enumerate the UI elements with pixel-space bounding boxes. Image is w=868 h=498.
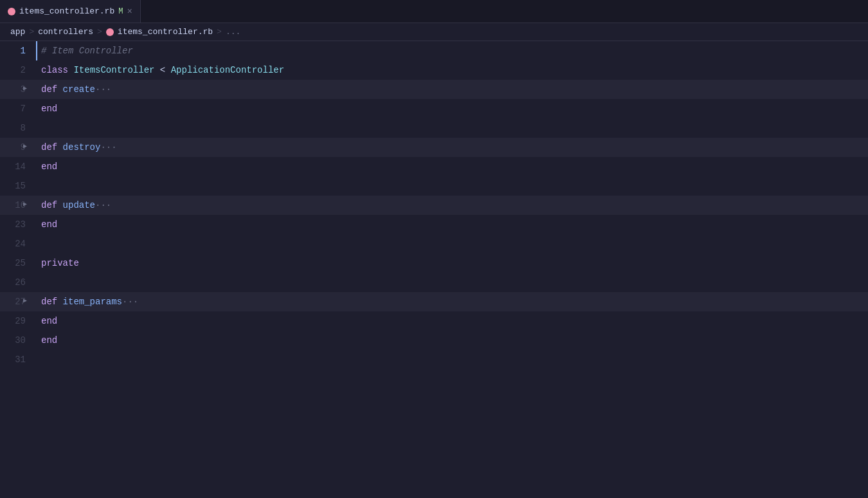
tab-label: items_controller.rb [19,6,114,16]
active-line-indicator [36,41,37,60]
breadcrumb-more[interactable]: ... [226,27,240,37]
class-items-controller: ItemsController [73,65,154,75]
fold-arrow-destroy[interactable]: ▶ [23,142,27,150]
line-content-16: def update··· [36,196,111,215]
line-number-26: 26 [0,277,36,288]
kw-end-update: end [41,219,57,230]
code-line-14: 14 end [0,157,868,176]
line-number-3: 3 ▶ [0,84,36,95]
fold-arrow-update[interactable]: ▶ [23,200,27,208]
line-number-7: 7 [0,104,36,114]
line-number-2: 2 [0,65,36,75]
code-line-8: 8 [0,118,868,138]
code-line-16: 16 ▶ def update··· [0,196,868,215]
line-number-16: 16 ▶ [0,200,36,210]
line-number-25: 25 [0,258,36,268]
line-content-3: def create··· [36,80,111,99]
kw-end-item-params: end [41,316,57,326]
ellipsis-create: ··· [95,84,111,95]
line-number-1: 1 [0,46,36,56]
kw-def-create: def [41,84,63,95]
breadcrumb-sep-3: > [217,27,222,37]
fold-arrow-item-params[interactable]: ▶ [23,297,27,304]
line-number-23: 23 [0,219,36,230]
breadcrumb: app > controllers > items_controller.rb … [0,23,868,41]
kw-end-destroy: end [41,161,57,172]
breadcrumb-filename[interactable]: items_controller.rb [118,27,213,37]
code-line-3: 3 ▶ def create··· [0,80,868,99]
line-number-24: 24 [0,239,36,249]
tab-file-icon [8,8,15,15]
breadcrumb-controllers[interactable]: controllers [38,27,93,37]
line-number-15: 15 [0,181,36,191]
code-line-2: 2 class ItemsController < ApplicationCon… [0,60,868,80]
method-update: update [63,200,95,210]
class-application-controller: ApplicationController [171,65,284,75]
method-destroy: destroy [63,142,101,152]
code-line-24: 24 [0,234,868,254]
line-content-7: end [36,99,57,118]
line-number-30: 30 [0,335,36,346]
code-line-9: 9 ▶ def destroy··· [0,138,868,157]
code-editor: 1 # Item Controller 2 class ItemsControl… [0,41,868,495]
tab-items-controller[interactable]: items_controller.rb M × [0,0,141,23]
code-line-29: 29 end [0,311,868,331]
breadcrumb-file-icon [106,28,114,36]
code-line-25: 25 private [0,254,868,273]
kw-def-update: def [41,200,63,210]
tab-bar: items_controller.rb M × [0,0,868,23]
kw-end-create: end [41,104,57,114]
ellipsis-update: ··· [95,200,111,210]
tab-close-button[interactable]: × [127,7,132,16]
line-content-9: def destroy··· [36,138,117,157]
line-content-1: # Item Controller [36,41,133,60]
code-line-26: 26 [0,273,868,292]
line-number-27: 27 ▶ [0,297,36,307]
line-number-31: 31 [0,355,36,365]
kw-private: private [41,258,79,268]
method-item-params: item_params [63,297,122,307]
line-number-9: 9 ▶ [0,142,36,152]
method-create: create [63,84,95,95]
code-line-31: 31 [0,350,868,369]
code-line-15: 15 [0,176,868,196]
line-number-29: 29 [0,316,36,326]
breadcrumb-sep-2: > [97,27,102,37]
kw-class: class [41,65,73,75]
punct-lt: < [154,65,170,75]
kw-end-class: end [41,335,57,346]
breadcrumb-app[interactable]: app [10,27,25,37]
code-line-1: 1 # Item Controller [0,41,868,60]
comment-item-controller: # Item Controller [41,46,133,56]
kw-def-item-params: def [41,297,63,307]
line-content-25: private [36,254,79,273]
ellipsis-item-params: ··· [122,297,138,307]
line-content-14: end [36,157,57,176]
kw-def-destroy: def [41,142,63,152]
line-content-30: end [36,331,57,350]
line-content-2: class ItemsController < ApplicationContr… [36,60,284,80]
line-content-29: end [36,311,57,331]
breadcrumb-sep-1: > [29,27,34,37]
line-content-27: def item_params··· [36,292,138,311]
line-number-14: 14 [0,161,36,172]
line-number-8: 8 [0,123,36,133]
code-line-27: 27 ▶ def item_params··· [0,292,868,311]
fold-arrow-create[interactable]: ▶ [23,84,27,92]
code-line-30: 30 end [0,331,868,350]
ellipsis-destroy: ··· [100,142,116,152]
line-content-23: end [36,215,57,234]
code-line-7: 7 end [0,99,868,118]
tab-modified: M [118,7,123,16]
code-line-23: 23 end [0,215,868,234]
